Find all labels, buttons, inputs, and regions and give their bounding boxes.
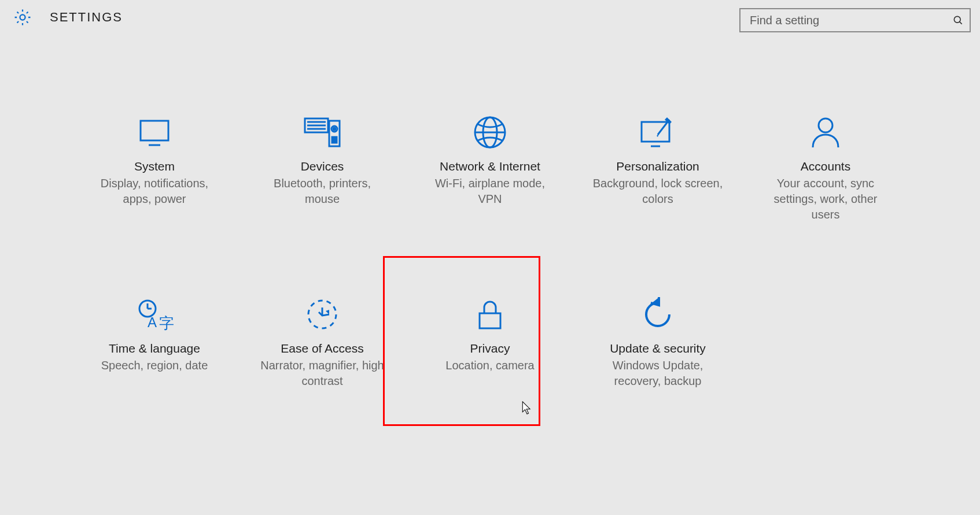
svg-text:A: A [148,314,157,330]
tile-system[interactable]: System Display, notifications, apps, pow… [79,98,230,234]
tile-accounts[interactable]: Accounts Your account, sync settings, wo… [750,98,901,234]
devices-icon [301,110,343,155]
lock-icon [471,292,509,337]
tile-desc: Display, notifications, apps, power [88,176,221,207]
svg-rect-3 [141,121,168,140]
search-box[interactable] [739,8,971,32]
svg-point-1 [954,16,960,23]
update-icon [639,292,676,337]
tile-desc: Bluetooth, printers, mouse [256,176,389,207]
tile-title: System [134,160,175,173]
tile-desc: Your account, sync settings, work, other… [759,176,892,223]
svg-text:字: 字 [159,314,174,332]
mouse-cursor [522,401,532,415]
tile-title: Privacy [470,342,510,355]
tile-title: Personalization [616,160,699,173]
ease-of-access-icon [304,292,341,337]
tile-ease-of-access[interactable]: Ease of Access Narrator, magnifier, high… [247,280,397,401]
time-language-icon: A 字 [134,292,175,337]
tile-title: Devices [301,160,344,173]
tile-title: Ease of Access [281,342,364,355]
personalization-icon [637,110,679,155]
tile-desc: Wi-Fi, airplane mode, VPN [423,176,557,207]
tile-title: Update & security [610,342,706,355]
svg-line-2 [960,22,962,24]
svg-rect-26 [480,313,500,328]
search-icon [952,14,964,26]
svg-point-18 [819,118,832,132]
page-title: SETTINGS [50,10,123,25]
tile-desc: Windows Update, recovery, backup [591,358,724,389]
tile-title: Network & Internet [440,160,540,173]
tile-title: Time & language [109,342,200,355]
tile-desc: Background, lock screen, colors [591,176,724,207]
settings-grid: System Display, notifications, apps, pow… [0,98,980,401]
tile-devices[interactable]: Devices Bluetooth, printers, mouse [247,98,397,234]
svg-rect-12 [332,137,337,143]
svg-point-0 [20,14,25,20]
tile-desc: Speech, region, date [101,358,208,373]
tile-personalization[interactable]: Personalization Background, lock screen,… [583,98,733,234]
tile-desc: Narrator, magnifier, high contrast [256,358,389,389]
tile-update-security[interactable]: Update & security Windows Update, recove… [583,280,733,401]
display-icon [136,110,173,155]
svg-point-11 [333,128,336,130]
search-input[interactable] [749,13,952,28]
globe-icon [471,110,509,155]
tile-desc: Location, camera [445,358,534,373]
tile-title: Accounts [801,160,850,173]
tile-network-internet[interactable]: Network & Internet Wi-Fi, airplane mode,… [415,98,565,234]
person-icon [807,110,844,155]
tile-privacy[interactable]: Privacy Location, camera [415,280,565,401]
tile-time-language[interactable]: A 字 Time & language Speech, region, date [79,280,230,401]
gear-icon [13,8,32,27]
